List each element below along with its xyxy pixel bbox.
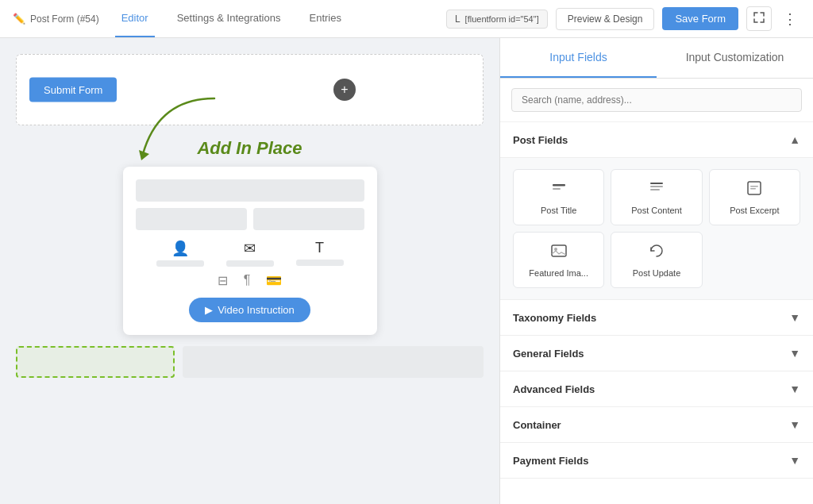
submit-form-button[interactable]: Submit Form xyxy=(29,78,117,102)
paragraph-icon: ¶ xyxy=(244,273,251,288)
section-general-fields: General Fields ▼ xyxy=(500,336,813,371)
field-featured-image[interactable]: Featured Ima... xyxy=(513,232,604,288)
post-fields-chevron-up: ▲ xyxy=(789,133,800,146)
section-container: Container ▼ xyxy=(500,407,813,443)
email-icon: ✉ xyxy=(244,240,256,257)
add-in-place-section: Add In Place xyxy=(16,138,484,159)
nav-left: ✏️ Post Form (#54) Editor Settings & Int… xyxy=(13,0,446,37)
section-advanced-fields: Advanced Fields ▼ xyxy=(500,371,813,407)
post-fields-label: Post Fields xyxy=(513,134,568,146)
right-panel: Input Fields Input Customization Post Fi… xyxy=(499,38,813,504)
field-post-update[interactable]: Post Update xyxy=(611,232,702,288)
mock-line-1 xyxy=(156,260,204,267)
panel-tabs: Input Fields Input Customization xyxy=(500,38,813,79)
save-button[interactable]: Save Form xyxy=(662,7,738,30)
advanced-fields-label: Advanced Fields xyxy=(513,383,595,395)
mock-icon-row: 👤 ✉ T xyxy=(136,240,364,267)
brand-label: Post Form (#54) xyxy=(30,13,99,25)
container-chevron: ▼ xyxy=(789,418,800,431)
curved-arrow xyxy=(111,90,238,170)
tab-input-customization[interactable]: Input Customization xyxy=(657,38,813,78)
post-update-icon xyxy=(648,242,665,264)
svg-rect-9 xyxy=(552,245,566,256)
featured-image-label: Featured Ima... xyxy=(529,268,588,278)
section-payment-fields: Payment Fields ▼ xyxy=(500,443,813,479)
mock-field-2a xyxy=(136,208,247,230)
field-post-content[interactable]: Post Content xyxy=(611,169,702,225)
svg-rect-5 xyxy=(650,189,660,190)
section-container-header[interactable]: Container ▼ xyxy=(500,407,813,442)
tab-settings[interactable]: Settings & Integrations xyxy=(171,0,287,37)
mock-field-2b xyxy=(253,208,364,230)
edit-icon: ✏️ xyxy=(13,13,25,25)
left-panel: Submit Form + Add In Place 👤 xyxy=(0,38,499,504)
payment-fields-label: Payment Fields xyxy=(513,455,588,467)
svg-rect-2 xyxy=(553,188,561,190)
mock-form-card: 👤 ✉ T ⊟ ¶ 💳 xyxy=(123,167,377,335)
field-post-excerpt[interactable]: Post Excerpt xyxy=(709,169,800,225)
preview-button[interactable]: Preview & Design xyxy=(556,8,655,30)
tab-input-fields[interactable]: Input Fields xyxy=(500,38,657,78)
field-post-title[interactable]: Post Title xyxy=(513,169,604,225)
section-advanced-fields-header[interactable]: Advanced Fields ▼ xyxy=(500,371,813,406)
mock-icon-col-3: T xyxy=(296,240,344,267)
taxonomy-fields-label: Taxonomy Fields xyxy=(513,312,596,324)
video-instruction-button[interactable]: ▶ Video Instruction xyxy=(189,298,310,322)
svg-rect-7 xyxy=(750,186,758,187)
mock-line-3 xyxy=(296,260,344,266)
featured-image-icon xyxy=(550,242,568,264)
search-input[interactable] xyxy=(511,88,802,112)
post-title-icon xyxy=(550,179,568,201)
post-fields-grid: Post Title Post Content Post xyxy=(500,158,813,299)
fullscreen-button[interactable] xyxy=(746,6,772,31)
svg-rect-4 xyxy=(650,186,663,187)
shortcode-badge[interactable]: L [fluentform id="54"] xyxy=(446,10,548,29)
taxonomy-chevron: ▼ xyxy=(789,311,800,324)
more-options-button[interactable]: ⋮ xyxy=(780,7,800,31)
svg-rect-3 xyxy=(650,183,663,184)
nav-brand: ✏️ Post Form (#54) xyxy=(13,13,99,25)
bottom-field-placeholder xyxy=(183,346,484,378)
mock-line-2 xyxy=(226,260,274,267)
post-content-label: Post Content xyxy=(631,206,682,215)
payment-chevron: ▼ xyxy=(789,454,800,467)
add-plus-button[interactable]: + xyxy=(333,79,356,101)
section-post-fields: Post Fields ▲ Post Title xyxy=(500,122,813,300)
section-post-fields-header[interactable]: Post Fields ▲ xyxy=(500,122,813,158)
section-payment-fields-header[interactable]: Payment Fields ▼ xyxy=(500,443,813,478)
post-update-label: Post Update xyxy=(633,268,681,278)
tab-entries[interactable]: Entries xyxy=(302,0,347,37)
svg-rect-1 xyxy=(553,184,565,187)
nav-right: L [fluentform id="54"] Preview & Design … xyxy=(446,6,800,31)
form-area-top: Submit Form + xyxy=(16,54,484,125)
play-icon: ▶ xyxy=(205,304,213,316)
post-content-icon xyxy=(648,179,665,201)
section-taxonomy-fields-header[interactable]: Taxonomy Fields ▼ xyxy=(500,300,813,335)
search-box xyxy=(500,79,813,122)
shortcode-icon: L xyxy=(455,13,460,25)
top-nav: ✏️ Post Form (#54) Editor Settings & Int… xyxy=(0,0,813,38)
mock-bottom-row: ⊟ ¶ 💳 xyxy=(136,273,364,288)
container-label: Container xyxy=(513,419,561,431)
shortcode-text: [fluentform id="54"] xyxy=(465,14,539,24)
general-fields-label: General Fields xyxy=(513,348,584,360)
svg-rect-8 xyxy=(750,188,756,190)
mock-icon-col-1: 👤 xyxy=(156,240,204,267)
tab-editor[interactable]: Editor xyxy=(115,0,155,37)
general-chevron: ▼ xyxy=(789,347,800,360)
mock-icon-col-2: ✉ xyxy=(226,240,274,267)
post-excerpt-label: Post Excerpt xyxy=(730,206,779,215)
text-icon: T xyxy=(315,240,324,256)
section-general-fields-header[interactable]: General Fields ▼ xyxy=(500,336,813,371)
accordion-panel: Post Fields ▲ Post Title xyxy=(500,122,813,504)
credit-card-icon: 💳 xyxy=(266,273,282,288)
post-title-label: Post Title xyxy=(541,206,576,215)
fullscreen-icon xyxy=(753,12,765,23)
advanced-chevron: ▼ xyxy=(789,383,800,395)
video-instruction-label: Video Instruction xyxy=(218,304,295,316)
green-dashed-drop-zone[interactable] xyxy=(16,346,175,378)
person-icon: 👤 xyxy=(171,240,189,257)
mock-field-1 xyxy=(136,179,364,202)
mock-form-wrapper: 👤 ✉ T ⊟ ¶ 💳 xyxy=(16,167,484,335)
bottom-area xyxy=(16,346,484,384)
